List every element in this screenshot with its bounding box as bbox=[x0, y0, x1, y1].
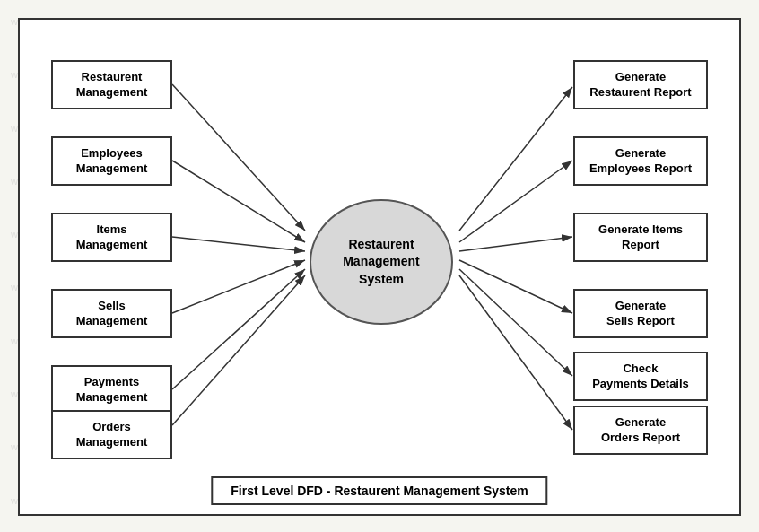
svg-line-7 bbox=[459, 87, 572, 231]
box-generate-restaurant-report: GenerateRestaurent Report bbox=[573, 60, 708, 109]
box-generate-items-report: Generate ItemsReport bbox=[573, 213, 708, 262]
svg-line-9 bbox=[459, 237, 572, 251]
svg-line-5 bbox=[172, 269, 305, 389]
box-sells-management: SellsManagement bbox=[51, 289, 172, 338]
box-payments-management: PaymentsManagement bbox=[51, 365, 172, 414]
svg-line-3 bbox=[172, 237, 305, 251]
svg-line-8 bbox=[459, 161, 572, 242]
box-check-payments-details: CheckPayments Details bbox=[573, 352, 708, 401]
diagram-area: RestaurentManagement EmployeesManagement… bbox=[20, 20, 739, 514]
svg-line-4 bbox=[172, 260, 305, 313]
box-items-management: ItemsManagement bbox=[51, 213, 172, 262]
svg-line-1 bbox=[172, 84, 305, 231]
box-employees-management: EmployeesManagement bbox=[51, 136, 172, 186]
svg-line-6 bbox=[172, 275, 305, 425]
box-generate-employees-report: GenerateEmployees Report bbox=[573, 136, 708, 186]
box-generate-orders-report: GenerateOrders Report bbox=[573, 406, 708, 455]
box-restaurant-management: RestaurentManagement bbox=[51, 60, 172, 109]
svg-line-2 bbox=[172, 161, 305, 242]
box-generate-sells-report: GenerateSells Report bbox=[573, 289, 708, 338]
svg-line-10 bbox=[459, 260, 572, 313]
diagram-caption: First Level DFD - Restaurent Management … bbox=[211, 476, 547, 505]
center-system-ellipse: RestaurentManagementSystem bbox=[310, 199, 453, 325]
svg-line-11 bbox=[459, 269, 572, 376]
diagram-container: RestaurentManagement EmployeesManagement… bbox=[18, 18, 741, 516]
box-orders-management: OrdersManagement bbox=[51, 410, 172, 459]
svg-line-12 bbox=[459, 275, 572, 430]
